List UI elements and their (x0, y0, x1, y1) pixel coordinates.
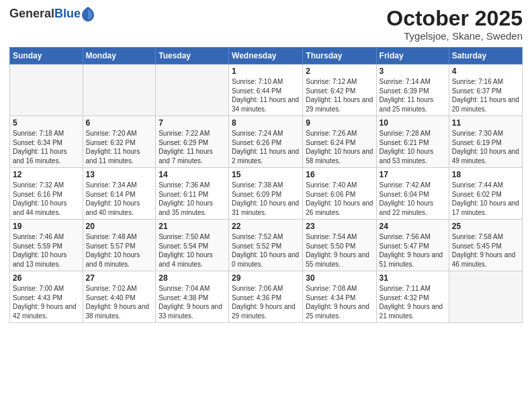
table-row: 20Sunrise: 7:48 AM Sunset: 5:57 PM Dayli… (83, 220, 156, 271)
day-number: 30 (306, 273, 373, 283)
table-row: 4Sunrise: 7:16 AM Sunset: 6:37 PM Daylig… (449, 64, 522, 116)
day-number: 31 (380, 273, 446, 283)
table-row: 21Sunrise: 7:50 AM Sunset: 5:54 PM Dayli… (156, 220, 229, 271)
table-row: 5Sunrise: 7:18 AM Sunset: 6:34 PM Daylig… (10, 116, 83, 168)
day-info: Sunrise: 7:02 AM Sunset: 4:40 PM Dayligh… (86, 284, 153, 320)
table-row: 12Sunrise: 7:32 AM Sunset: 6:16 PM Dayli… (10, 168, 83, 220)
page-container: GeneralBlue October 2025 Tygelsjoe, Skan… (0, 0, 532, 330)
day-info: Sunrise: 7:46 AM Sunset: 5:59 PM Dayligh… (13, 232, 80, 269)
day-info: Sunrise: 7:34 AM Sunset: 6:14 PM Dayligh… (86, 181, 153, 217)
day-number: 19 (13, 222, 80, 231)
day-number: 8 (232, 118, 300, 128)
table-row: 7Sunrise: 7:22 AM Sunset: 6:29 PM Daylig… (156, 116, 229, 168)
day-number: 6 (86, 118, 153, 128)
col-monday: Monday (83, 48, 156, 64)
day-number: 16 (306, 170, 373, 179)
day-number: 27 (86, 273, 153, 283)
logo-blue-text: Blue (54, 7, 81, 20)
table-row: 1Sunrise: 7:10 AM Sunset: 6:44 PM Daylig… (229, 64, 303, 116)
day-info: Sunrise: 7:26 AM Sunset: 6:24 PM Dayligh… (306, 129, 373, 165)
day-number: 22 (232, 222, 300, 231)
title-block: October 2025 Tygelsjoe, Skane, Sweden (386, 7, 523, 42)
day-info: Sunrise: 7:40 AM Sunset: 6:06 PM Dayligh… (306, 181, 373, 217)
col-saturday: Saturday (449, 48, 522, 64)
table-row: 17Sunrise: 7:42 AM Sunset: 6:04 PM Dayli… (376, 168, 449, 220)
day-info: Sunrise: 7:38 AM Sunset: 6:09 PM Dayligh… (232, 181, 300, 217)
day-info: Sunrise: 7:54 AM Sunset: 5:50 PM Dayligh… (306, 232, 373, 269)
table-row (449, 271, 522, 323)
location: Tygelsjoe, Skane, Sweden (386, 30, 523, 42)
day-info: Sunrise: 7:12 AM Sunset: 6:42 PM Dayligh… (306, 77, 373, 113)
day-info: Sunrise: 7:50 AM Sunset: 5:54 PM Dayligh… (159, 232, 226, 269)
day-info: Sunrise: 7:24 AM Sunset: 6:26 PM Dayligh… (232, 129, 300, 165)
day-info: Sunrise: 7:56 AM Sunset: 5:47 PM Dayligh… (380, 232, 446, 269)
table-row (156, 64, 229, 116)
col-wednesday: Wednesday (229, 48, 303, 64)
day-number: 13 (86, 170, 153, 179)
day-info: Sunrise: 7:11 AM Sunset: 4:32 PM Dayligh… (380, 284, 446, 320)
day-info: Sunrise: 7:04 AM Sunset: 4:38 PM Dayligh… (159, 284, 226, 320)
table-row: 29Sunrise: 7:06 AM Sunset: 4:36 PM Dayli… (229, 271, 303, 323)
table-row: 6Sunrise: 7:20 AM Sunset: 6:32 PM Daylig… (83, 116, 156, 168)
table-row: 28Sunrise: 7:04 AM Sunset: 4:38 PM Dayli… (156, 271, 229, 323)
day-info: Sunrise: 7:14 AM Sunset: 6:39 PM Dayligh… (380, 77, 446, 113)
day-info: Sunrise: 7:20 AM Sunset: 6:32 PM Dayligh… (86, 129, 153, 165)
day-info: Sunrise: 7:18 AM Sunset: 6:34 PM Dayligh… (13, 129, 80, 165)
table-row: 11Sunrise: 7:30 AM Sunset: 6:19 PM Dayli… (449, 116, 522, 168)
day-number: 9 (306, 118, 373, 128)
day-number: 15 (232, 170, 300, 179)
day-number: 28 (159, 273, 226, 283)
day-number: 1 (232, 66, 300, 76)
col-thursday: Thursday (303, 48, 376, 64)
day-info: Sunrise: 7:08 AM Sunset: 4:34 PM Dayligh… (306, 284, 373, 320)
table-row: 19Sunrise: 7:46 AM Sunset: 5:59 PM Dayli… (10, 220, 83, 271)
calendar-header-row: Sunday Monday Tuesday Wednesday Thursday… (10, 48, 523, 64)
day-number: 20 (86, 222, 153, 231)
table-row: 25Sunrise: 7:58 AM Sunset: 5:45 PM Dayli… (449, 220, 522, 271)
month-title: October 2025 (386, 7, 523, 30)
table-row: 22Sunrise: 7:52 AM Sunset: 5:52 PM Dayli… (229, 220, 303, 271)
day-number: 10 (380, 118, 446, 128)
day-number: 4 (452, 66, 519, 76)
day-number: 26 (13, 273, 80, 283)
day-info: Sunrise: 7:30 AM Sunset: 6:19 PM Dayligh… (452, 129, 519, 165)
table-row: 31Sunrise: 7:11 AM Sunset: 4:32 PM Dayli… (376, 271, 449, 323)
day-number: 11 (452, 118, 519, 128)
table-row (83, 64, 156, 116)
table-row: 18Sunrise: 7:44 AM Sunset: 6:02 PM Dayli… (449, 168, 522, 220)
day-info: Sunrise: 7:06 AM Sunset: 4:36 PM Dayligh… (232, 284, 300, 320)
day-number: 12 (13, 170, 80, 179)
day-number: 14 (159, 170, 226, 179)
day-info: Sunrise: 7:10 AM Sunset: 6:44 PM Dayligh… (232, 77, 300, 113)
table-row: 16Sunrise: 7:40 AM Sunset: 6:06 PM Dayli… (303, 168, 376, 220)
day-number: 7 (159, 118, 226, 128)
day-number: 21 (159, 222, 226, 231)
day-number: 24 (380, 222, 446, 231)
col-friday: Friday (376, 48, 449, 64)
table-row (10, 64, 83, 116)
calendar-week-row: 1Sunrise: 7:10 AM Sunset: 6:44 PM Daylig… (10, 64, 523, 116)
header: GeneralBlue October 2025 Tygelsjoe, Skan… (9, 7, 523, 42)
day-info: Sunrise: 7:16 AM Sunset: 6:37 PM Dayligh… (452, 77, 519, 113)
day-number: 23 (306, 222, 373, 231)
day-number: 5 (13, 118, 80, 128)
calendar-week-row: 12Sunrise: 7:32 AM Sunset: 6:16 PM Dayli… (10, 168, 523, 220)
day-info: Sunrise: 7:44 AM Sunset: 6:02 PM Dayligh… (452, 181, 519, 217)
day-info: Sunrise: 7:00 AM Sunset: 4:43 PM Dayligh… (13, 284, 80, 320)
day-number: 3 (380, 66, 446, 76)
day-info: Sunrise: 7:52 AM Sunset: 5:52 PM Dayligh… (232, 232, 300, 269)
table-row: 13Sunrise: 7:34 AM Sunset: 6:14 PM Dayli… (83, 168, 156, 220)
col-tuesday: Tuesday (156, 48, 229, 64)
table-row: 9Sunrise: 7:26 AM Sunset: 6:24 PM Daylig… (303, 116, 376, 168)
day-info: Sunrise: 7:48 AM Sunset: 5:57 PM Dayligh… (86, 232, 153, 269)
col-sunday: Sunday (10, 48, 83, 64)
day-info: Sunrise: 7:22 AM Sunset: 6:29 PM Dayligh… (159, 129, 226, 165)
logo-icon (82, 7, 94, 21)
logo-general-text: General (9, 7, 54, 20)
logo: GeneralBlue (9, 7, 94, 21)
day-number: 29 (232, 273, 300, 283)
table-row: 3Sunrise: 7:14 AM Sunset: 6:39 PM Daylig… (376, 64, 449, 116)
day-info: Sunrise: 7:32 AM Sunset: 6:16 PM Dayligh… (13, 181, 80, 217)
table-row: 10Sunrise: 7:28 AM Sunset: 6:21 PM Dayli… (376, 116, 449, 168)
day-number: 2 (306, 66, 373, 76)
